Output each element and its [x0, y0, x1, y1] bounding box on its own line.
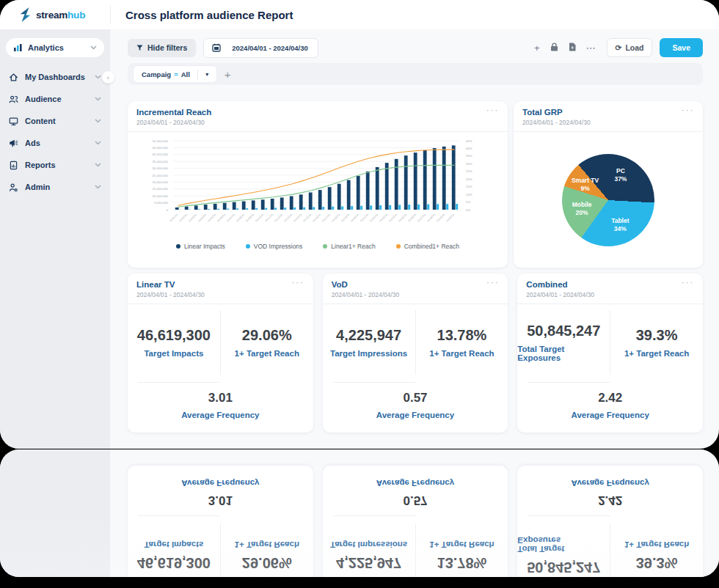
card-menu-icon[interactable]: ···	[486, 276, 500, 287]
linear-tv-card: Linear TV 2024/04/01 - 2024/04/30 ··· 46…	[128, 466, 313, 577]
campaign-filter-chip[interactable]: Campaig = All ▼	[134, 66, 216, 82]
card-title: Total GRP	[522, 108, 694, 117]
export-file-icon[interactable]	[563, 43, 581, 53]
sidebar: Analytics ‹ My Dashboards Audience	[0, 449, 110, 577]
kpi-value: 39.3%	[636, 554, 678, 571]
chart-legend: Linear ImpactsVOD ImpressionsLinear1+ Re…	[131, 243, 505, 250]
svg-text:20%: 20%	[466, 177, 472, 181]
svg-text:15%: 15%	[466, 185, 472, 188]
add-filter-icon[interactable]: +	[225, 68, 231, 81]
sidebar-item-audience[interactable]: Audience	[0, 88, 110, 110]
sidebar-item-reports[interactable]: Reports	[0, 154, 110, 176]
card-menu-icon[interactable]: ···	[682, 104, 695, 115]
kpi-stat: 39.3% 1+ Target Reach	[610, 523, 703, 577]
legend-item[interactable]: Linear Impacts	[176, 243, 225, 250]
svg-text:04/17/24: 04/17/24	[321, 213, 331, 223]
svg-text:30%: 30%	[466, 162, 472, 166]
legend-item[interactable]: VOD Impressions	[246, 243, 303, 250]
monitor-icon	[9, 117, 18, 126]
date-range-picker[interactable]: 2024/04/01 - 2024/04/30	[203, 38, 318, 58]
legend-item[interactable]: Linear1+ Reach	[323, 243, 375, 250]
more-options-icon[interactable]: ⋯	[581, 43, 601, 53]
svg-text:45,000,000: 45,000,000	[152, 146, 168, 150]
svg-text:04/03/24: 04/03/24	[188, 213, 197, 223]
svg-text:20,000,000: 20,000,000	[152, 180, 168, 184]
streamhub-logo-icon	[19, 7, 32, 22]
kpi-top-row: 46,619,300 Target Impacts 29.06% 1+ Targ…	[128, 523, 313, 577]
kpi-label: Target Impressions	[330, 349, 407, 358]
card-menu-icon[interactable]: ···	[291, 276, 304, 287]
add-widget-icon[interactable]: +	[529, 43, 545, 53]
card-subtitle: 2024/04/01 - 2024/04/30	[526, 291, 694, 298]
lock-icon[interactable]	[545, 43, 563, 53]
users-icon	[9, 95, 18, 104]
chevron-down-icon	[95, 141, 101, 145]
sidebar-collapse-button[interactable]: ‹	[102, 71, 114, 84]
kpi-stat: 50,845,247 Total Target Exposures	[517, 523, 610, 577]
combined-card: Combined 2024/04/01 - 2024/04/30 ··· 50,…	[517, 273, 703, 433]
sidebar-item-my-dashboards[interactable]: My Dashboards	[0, 66, 110, 88]
report-icon	[9, 161, 18, 170]
pie-slice-label: Smart TV9%	[572, 177, 599, 193]
campaign-filter-text: Campaig = All	[134, 70, 193, 78]
card-title: VoD	[332, 280, 500, 289]
filter-field: Campaig	[142, 70, 171, 78]
sidebar-item-admin[interactable]: Admin	[0, 176, 110, 198]
sidebar-item-label: Reports	[25, 161, 88, 169]
sidebar-item-content[interactable]: Content	[0, 110, 110, 132]
save-label: Save	[672, 43, 690, 52]
kpi-label: Average Frequency	[572, 479, 649, 488]
kpi-top-row: 50,845,247 Total Target Exposures 39.3% …	[517, 310, 703, 375]
kpi-stat: 0.57 Average Frequency	[323, 466, 508, 515]
kpi-label: 1+ Target Reach	[235, 540, 299, 549]
combined-card: Combined 2024/04/01 - 2024/04/30 ··· 50,…	[517, 466, 703, 577]
kpi-value: 13.78%	[437, 327, 487, 344]
svg-text:10%: 10%	[466, 193, 472, 196]
streamhub-logo[interactable]: streamhub	[0, 7, 110, 22]
kpi-label: Target Impressions	[330, 540, 407, 549]
svg-text:04/25/24: 04/25/24	[398, 213, 407, 223]
svg-text:04/06/24: 04/06/24	[216, 213, 226, 223]
kpi-divider	[528, 515, 610, 516]
legend-label: Linear1+ Reach	[331, 243, 375, 250]
hide-filters-button[interactable]: Hide filters	[128, 39, 196, 57]
card-menu-icon[interactable]: ···	[486, 104, 500, 115]
svg-text:04/20/24: 04/20/24	[350, 213, 360, 223]
card-subtitle: 2024/04/01 - 2024/04/30	[332, 291, 500, 298]
svg-text:5,000,000: 5,000,000	[154, 201, 169, 205]
legend-label: VOD Impressions	[254, 243, 303, 250]
legend-item[interactable]: Combined1+ Reach	[396, 243, 459, 250]
analytics-selector[interactable]: Analytics	[6, 38, 104, 57]
kpi-top-row: 4,225,947 Target Impressions 13.78% 1+ T…	[323, 310, 508, 375]
chevron-down-icon	[95, 185, 101, 189]
svg-text:04/04/24: 04/04/24	[197, 213, 207, 223]
sidebar-item-ads[interactable]: Ads	[0, 132, 110, 154]
kpi-label: 1+ Target Reach	[429, 540, 494, 549]
app-body: Analytics ‹ My Dashboards Audience	[0, 449, 719, 577]
incremental-reach-card: Incremental Reach 2024/04/01 - 2024/04/3…	[128, 101, 508, 268]
chevron-down-icon[interactable]: ▼	[198, 72, 216, 77]
refresh-icon: ⟳	[616, 43, 622, 52]
save-button[interactable]: Save	[660, 38, 703, 57]
pie-slice-label: Mobile20%	[572, 201, 592, 217]
kpi-row: Linear TV 2024/04/01 - 2024/04/30 ··· 46…	[128, 273, 703, 433]
kpi-label: 1+ Target Reach	[624, 349, 689, 358]
svg-text:04/13/24: 04/13/24	[283, 213, 293, 223]
kpi-value: 3.01	[208, 493, 233, 508]
bar-chart-icon	[13, 43, 23, 52]
kpi-stat: 39.3% 1+ Target Reach	[610, 310, 703, 375]
toolbar: Hide filters 2024/04/01 - 2024/04/30 +	[128, 38, 703, 57]
app-window: streamhub Cross platform audience Report…	[0, 0, 719, 449]
kpi-value: 46,619,300	[137, 554, 211, 571]
card-menu-icon[interactable]: ···	[682, 276, 695, 287]
kpi-stat: 13.78% 1+ Target Reach	[415, 523, 508, 577]
kpi-label: 1+ Target Reach	[429, 349, 494, 358]
sidebar-item-label: Admin	[25, 183, 88, 191]
load-button[interactable]: ⟳ Load	[607, 38, 653, 57]
kpi-top-row: 4,225,947 Target Impressions 13.78% 1+ T…	[323, 523, 508, 577]
load-label: Load	[625, 43, 643, 52]
kpi-stat: 3.01 Average Frequency	[128, 466, 313, 515]
kpi-top-row: 46,619,300 Target Impacts 29.06% 1+ Targ…	[128, 310, 313, 375]
kpi-label: 1+ Target Reach	[624, 540, 689, 549]
card-header: Total GRP 2024/04/01 - 2024/04/30 ···	[514, 101, 703, 132]
